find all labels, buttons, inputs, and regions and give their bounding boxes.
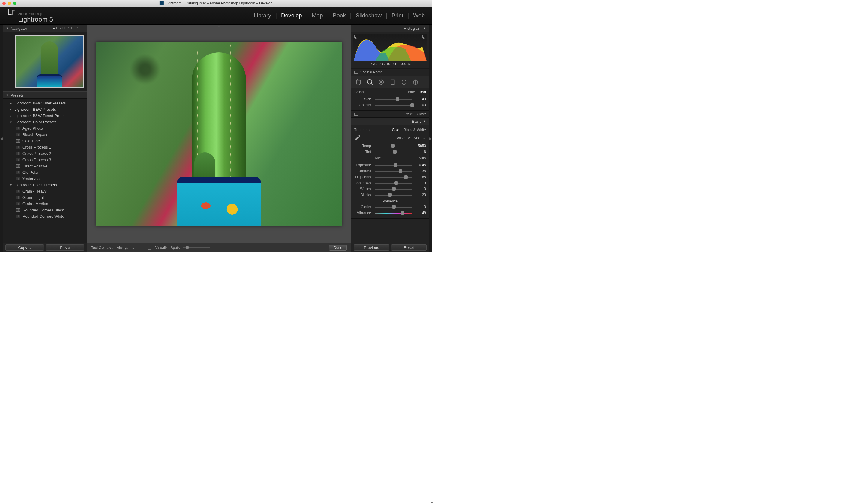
opacity-value[interactable]: 100 bbox=[414, 103, 426, 107]
previous-button[interactable]: Previous bbox=[354, 244, 389, 251]
shadows-value[interactable]: + 13 bbox=[414, 181, 426, 185]
close-icon[interactable] bbox=[2, 2, 6, 5]
preset-item[interactable]: Rounded Corners White bbox=[3, 213, 87, 219]
module-develop[interactable]: Develop bbox=[281, 12, 302, 19]
dropdown-icon[interactable]: ⌄ bbox=[423, 136, 426, 140]
contrast-value[interactable]: + 36 bbox=[414, 169, 426, 173]
preset-folder[interactable]: ▼Lightroom Effect Presets bbox=[3, 182, 87, 188]
preset-item[interactable]: Cross Process 3 bbox=[3, 157, 87, 163]
blacks-slider[interactable] bbox=[375, 195, 412, 195]
module-library[interactable]: Library bbox=[254, 12, 271, 19]
zoom-more-icon[interactable]: ⌄ bbox=[81, 27, 84, 30]
preset-item[interactable]: Direct Positive bbox=[3, 163, 87, 169]
module-print[interactable]: Print bbox=[392, 12, 403, 19]
presets-header[interactable]: ▼ Presets + bbox=[3, 92, 87, 99]
main-image-preview[interactable] bbox=[96, 42, 342, 226]
tint-slider[interactable] bbox=[375, 152, 412, 152]
vibrance-slider[interactable] bbox=[375, 213, 412, 214]
zoom-fill[interactable]: FILL bbox=[60, 27, 66, 30]
temp-value[interactable]: 5850 bbox=[414, 144, 426, 148]
zoom-fit[interactable]: FIT bbox=[53, 27, 57, 30]
preset-folder[interactable]: ▼Lightroom Color Presets bbox=[3, 119, 87, 125]
preset-item[interactable]: Yesteryear bbox=[3, 176, 87, 182]
tint-value[interactable]: + 6 bbox=[414, 150, 426, 154]
module-slideshow[interactable]: Slideshow bbox=[356, 12, 382, 19]
tool-close-button[interactable]: Close bbox=[417, 112, 426, 116]
minimize-icon[interactable] bbox=[8, 2, 11, 5]
original-photo-toggle[interactable]: Original Photo bbox=[351, 69, 429, 76]
zoom-icon[interactable] bbox=[13, 2, 16, 5]
contrast-label: Contrast bbox=[354, 169, 373, 173]
zoom-3:1[interactable]: 3:1 bbox=[75, 27, 79, 30]
brush-mode-heal[interactable]: Heal bbox=[419, 90, 426, 94]
preset-item[interactable]: Aged Photo bbox=[3, 125, 87, 131]
contrast-slider[interactable] bbox=[375, 171, 412, 171]
redeye-tool-icon[interactable] bbox=[377, 78, 385, 86]
opacity-slider[interactable] bbox=[375, 105, 412, 106]
blacks-value[interactable]: – 20 bbox=[414, 193, 426, 197]
vibrance-value[interactable]: + 48 bbox=[414, 211, 426, 215]
preset-item[interactable]: Grain - Medium bbox=[3, 201, 87, 207]
preset-folder[interactable]: ▶Lightroom B&W Toned Presets bbox=[3, 112, 87, 119]
histogram[interactable]: ▴ ▴ bbox=[353, 34, 427, 61]
paste-button[interactable]: Paste bbox=[46, 244, 85, 251]
zoom-1:1[interactable]: 1:1 bbox=[68, 27, 72, 30]
treatment-color[interactable]: Color bbox=[392, 128, 401, 132]
size-value[interactable]: 49 bbox=[414, 97, 426, 101]
whites-value[interactable]: 0 bbox=[414, 187, 426, 191]
add-preset-icon[interactable]: + bbox=[81, 93, 84, 98]
crop-tool-icon[interactable] bbox=[354, 78, 363, 86]
size-slider[interactable] bbox=[375, 99, 412, 99]
navigator-header[interactable]: ▼ Navigator FITFILL1:13:1⌄ bbox=[3, 25, 87, 32]
done-button[interactable]: Done bbox=[329, 245, 347, 251]
shadows-slider[interactable] bbox=[375, 183, 412, 184]
preset-item[interactable]: Grain - Light bbox=[3, 194, 87, 201]
module-web[interactable]: Web bbox=[413, 12, 425, 19]
treatment-bw[interactable]: Black & White bbox=[404, 128, 426, 132]
module-book[interactable]: Book bbox=[333, 12, 346, 19]
preset-item[interactable]: Rounded Corners Black bbox=[3, 207, 87, 213]
reset-button[interactable]: Reset bbox=[391, 244, 427, 251]
exposure-value[interactable]: + 0.45 bbox=[414, 163, 426, 167]
radial-filter-tool-icon[interactable] bbox=[400, 78, 408, 86]
exposure-slider[interactable] bbox=[375, 165, 412, 166]
preset-folder[interactable]: ▶Lightroom B&W Filter Presets bbox=[3, 100, 87, 106]
wb-value[interactable]: As Shot bbox=[408, 136, 421, 140]
histogram-header[interactable]: Histogram ▼ bbox=[351, 25, 429, 32]
preset-item-label: Grain - Light bbox=[23, 195, 44, 200]
navigator-zoom-picker[interactable]: FITFILL1:13:1⌄ bbox=[53, 27, 84, 30]
preset-item[interactable]: Cross Process 2 bbox=[3, 150, 87, 157]
copy-button[interactable]: Copy… bbox=[5, 244, 44, 251]
visualize-spots-slider[interactable] bbox=[183, 247, 210, 248]
graduated-filter-tool-icon[interactable] bbox=[388, 78, 397, 86]
brush-mode-clone[interactable]: Clone bbox=[406, 90, 415, 94]
preset-item[interactable]: Cold Tone bbox=[3, 138, 87, 144]
tool-reset-button[interactable]: Reset bbox=[405, 112, 414, 116]
tone-auto-button[interactable]: Auto bbox=[419, 156, 426, 160]
clarity-value[interactable]: 0 bbox=[414, 205, 426, 209]
basic-header[interactable]: Basic ▼ bbox=[351, 118, 429, 125]
highlights-slider[interactable] bbox=[375, 177, 412, 178]
spot-removal-tool-icon[interactable] bbox=[366, 78, 374, 86]
preset-item[interactable]: Bleach Bypass bbox=[3, 131, 87, 138]
clarity-slider[interactable] bbox=[375, 207, 412, 208]
right-panel-toggle-icon[interactable]: ▶ bbox=[429, 25, 432, 252]
dropdown-icon[interactable]: ⌄ bbox=[132, 246, 135, 250]
preset-item[interactable]: Grain - Heavy bbox=[3, 188, 87, 194]
left-panel-toggle-icon[interactable]: ◀ bbox=[0, 25, 3, 252]
pin-toggle-icon[interactable] bbox=[354, 112, 358, 116]
visualize-spots-checkbox[interactable] bbox=[148, 246, 152, 250]
whites-slider[interactable] bbox=[375, 189, 412, 190]
wb-eyedropper-icon[interactable] bbox=[354, 134, 361, 141]
highlights-value[interactable]: + 65 bbox=[414, 175, 426, 179]
visualize-spots-label: Visualize Spots bbox=[155, 246, 180, 250]
preset-item[interactable]: Old Polar bbox=[3, 169, 87, 176]
preset-item[interactable]: Cross Process 1 bbox=[3, 144, 87, 150]
navigator-thumbnail[interactable] bbox=[3, 32, 87, 92]
module-map[interactable]: Map bbox=[312, 12, 323, 19]
tool-overlay-value[interactable]: Always bbox=[117, 246, 128, 250]
top-panel-toggle-icon[interactable]: ▲ bbox=[217, 25, 220, 28]
preset-folder[interactable]: ▶Lightroom B&W Presets bbox=[3, 106, 87, 112]
temp-slider[interactable] bbox=[375, 145, 412, 146]
adjustment-brush-tool-icon[interactable] bbox=[411, 78, 420, 86]
